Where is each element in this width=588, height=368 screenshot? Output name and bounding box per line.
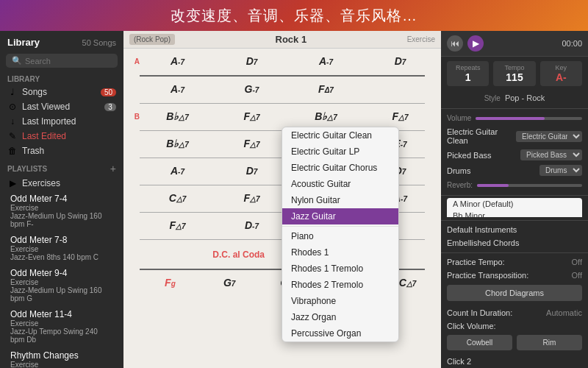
- search-box[interactable]: 🔍: [6, 54, 118, 68]
- final-2: G7: [201, 275, 259, 291]
- song-item-odd-meter-94[interactable]: Odd Meter 9-4 Exercise Jazz-Medium Up Sw…: [3, 265, 121, 305]
- top-banner: 改变速度、音调、乐器、音乐风格…: [0, 0, 588, 31]
- search-input[interactable]: [25, 57, 112, 66]
- practice-transposition-label: Practice Transposition:: [447, 271, 567, 280]
- dropdown-item-rhodes2t[interactable]: Rhodes 2 Tremolo: [282, 277, 398, 293]
- key-value: A-: [545, 71, 578, 83]
- dropdown-divider: [282, 226, 398, 227]
- chord-7-2: D-7: [215, 217, 288, 233]
- exercises-icon: ▶: [7, 178, 18, 188]
- toggle-embellished-label: Embellished Chords: [447, 238, 582, 247]
- chord-4-1: B♭△7: [141, 135, 214, 152]
- chord-7-1: F△7: [141, 217, 214, 233]
- dropdown-item-eglp[interactable]: Electric Guitar LP: [282, 144, 398, 160]
- reverb-row: Reverb:: [441, 178, 588, 192]
- instrument-dropdown: Electric Guitar Clean Electric Guitar LP…: [282, 127, 399, 342]
- volume-slider[interactable]: [476, 117, 582, 120]
- last-viewed-badge: 3: [104, 103, 116, 111]
- last-edited-icon: ✎: [7, 131, 18, 141]
- chord-diagrams-button[interactable]: Chord Diagrams: [447, 285, 582, 301]
- dropdown-item-percorgan[interactable]: Percussive Organ: [282, 325, 398, 342]
- sidebar-item-songs[interactable]: ♩ Songs 50: [0, 85, 123, 99]
- playlists-add-icon[interactable]: +: [110, 163, 116, 174]
- last-imported-icon: ↓: [7, 116, 18, 127]
- instr-row-drums: Drums Drums: [441, 163, 588, 178]
- style-row: Style Pop - Rock: [441, 91, 588, 105]
- key-bb-minor[interactable]: Bb Minor: [447, 210, 582, 216]
- sidebar-header: Library 50 Songs: [0, 31, 123, 51]
- row-marker-a: A: [128, 57, 140, 66]
- instr-guitar-select[interactable]: Electric Guitar Clean: [516, 131, 582, 142]
- final-1: Fg: [141, 275, 199, 291]
- style-value: Pop - Rock: [505, 93, 545, 102]
- dropdown-item-egchorus[interactable]: Electric Guitar Chorus: [282, 160, 398, 176]
- song-item-odd-meter-114[interactable]: Odd Meter 11-4 Exercise Jazz-Up Tempo Sw…: [3, 306, 121, 347]
- repeats-box: Repeats 1: [447, 61, 489, 86]
- back-button[interactable]: ⏮: [447, 35, 463, 52]
- chord-4-2: F△7: [215, 135, 288, 152]
- sidebar-item-last-edited[interactable]: ✎ Last Edited: [0, 129, 123, 144]
- dropdown-item-jazz[interactable]: Jazz Guitar: [282, 208, 398, 224]
- sidebar-item-last-viewed[interactable]: ⊙ Last Viewed 3: [0, 99, 123, 114]
- chord-5-1: A-7: [141, 163, 214, 179]
- count-in-value: Automatic: [546, 308, 582, 317]
- playlists-header: Playlists +: [0, 158, 123, 176]
- song-item-odd-meter-78[interactable]: Odd Meter 7-8 Exercise Jazz-Even 8ths 14…: [3, 232, 121, 264]
- params-row: Repeats 1 Tempo 115 Key A-: [441, 57, 588, 91]
- chord-6-2: F△7: [215, 190, 288, 206]
- songs-label: Songs: [22, 87, 96, 97]
- instr-row-guitar: Electric Guitar Clean Electric Guitar Cl…: [441, 125, 588, 147]
- sheet-row-2: A-7 G-7 FΔ7: [128, 81, 437, 97]
- last-viewed-icon: ⊙: [7, 102, 18, 112]
- practice-tempo-label: Practice Tempo:: [447, 258, 567, 266]
- dropdown-item-rhodes1[interactable]: Rhodes 1: [282, 244, 398, 261]
- reverb-label: Reverb:: [447, 181, 473, 189]
- chord-3-1: B♭△7: [141, 108, 214, 124]
- sidebar-item-trash[interactable]: 🗑 Trash: [0, 144, 123, 158]
- reverb-fill: [477, 184, 509, 187]
- playlists-label: Playlists: [7, 165, 47, 173]
- song-item-odd-meter-74[interactable]: Odd Meter 7-4 Exercise Jazz-Medium Up Sw…: [3, 191, 121, 231]
- chord-6-1: C△7: [141, 190, 214, 206]
- key-list: A Minor (Default) Bb Minor B Minor C Min…: [441, 198, 588, 216]
- toggle-default-label: Default Instruments: [447, 225, 582, 234]
- toggle-embellished[interactable]: Embellished Chords: [441, 236, 588, 250]
- chord-diagrams-row: Chord Diagrams: [441, 282, 588, 306]
- cowbell-button[interactable]: Cowbell: [447, 335, 512, 350]
- sheet-area: (Rock Pop) Rock 1 Exercise A A-7 D7 A-7 …: [123, 31, 441, 368]
- trash-label: Trash: [22, 146, 116, 156]
- dropdown-item-egclean[interactable]: Electric Guitar Clean: [282, 127, 398, 144]
- key-a-minor[interactable]: A Minor (Default): [447, 198, 582, 210]
- chord-2: D7: [215, 53, 288, 69]
- sidebar-item-last-imported[interactable]: ↓ Last Imported: [0, 114, 123, 129]
- dropdown-item-jazzorgan[interactable]: Jazz Organ: [282, 309, 398, 325]
- chord-4: D7: [364, 53, 437, 69]
- dropdown-item-rhodes1t[interactable]: Rhodes 1 Tremolo: [282, 261, 398, 277]
- main-layout: Library 50 Songs 🔍 Library ♩ Songs 50 ⊙ …: [0, 31, 588, 368]
- sheet-row-3: B B♭△7 F△7 B♭△7 F△7: [128, 108, 437, 124]
- song-item-rhythm-changes[interactable]: Rhythm Changes Exercise Jazz-Medium Up S…: [3, 347, 121, 368]
- chord-3: A-7: [290, 53, 362, 69]
- dropdown-item-vibraphone[interactable]: Vibraphone: [282, 293, 398, 309]
- dropdown-item-nylon[interactable]: Nylon Guitar: [282, 192, 398, 208]
- chord-3-2: F△7: [215, 108, 288, 124]
- click2-label: Click 2: [447, 357, 582, 366]
- key-label: Key: [545, 64, 578, 71]
- dropdown-item-piano[interactable]: Piano: [282, 228, 398, 244]
- dropdown-item-acoustic[interactable]: Acoustic Guitar: [282, 176, 398, 192]
- sidebar-item-exercises[interactable]: ▶ Exercises: [0, 176, 123, 191]
- rim-button[interactable]: Rim: [517, 335, 582, 350]
- toggle-default-instruments[interactable]: Default Instruments: [441, 223, 588, 236]
- banner-text: 改变速度、音调、乐器、音乐风格…: [171, 6, 417, 26]
- click2-row: Click 2: [441, 355, 588, 368]
- volume-fill: [476, 117, 545, 120]
- instr-drums-select[interactable]: Drums: [539, 165, 582, 176]
- count-in-row: Count In Duration: Automatic: [441, 306, 588, 319]
- instr-bass-select[interactable]: Picked Bass: [520, 149, 582, 160]
- reverb-slider[interactable]: [477, 184, 582, 187]
- setting-practice-tempo: Practice Tempo: Off: [441, 255, 588, 269]
- chord-2-1: A-7: [141, 81, 214, 97]
- song-list: Odd Meter 7-4 Exercise Jazz-Medium Up Sw…: [0, 191, 123, 368]
- play-button[interactable]: ▶: [467, 35, 484, 52]
- volume-row: Volume: [441, 111, 588, 125]
